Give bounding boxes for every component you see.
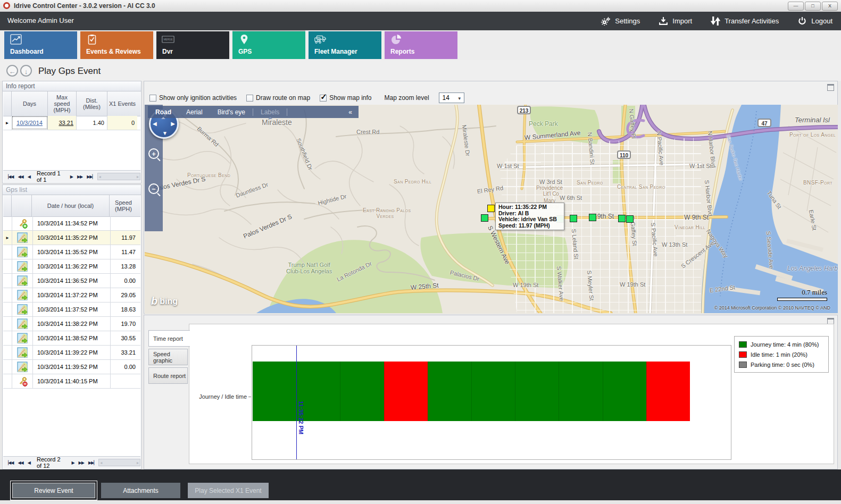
first-record-button[interactable]: ▕◀◀ xyxy=(3,174,15,179)
gps-row[interactable]: 10/3/2014 11:34:52 PM xyxy=(3,216,140,231)
gps-marker-selected[interactable] xyxy=(487,205,495,212)
gps-row[interactable]: 10/3/2014 11:37:52 PM18.63 xyxy=(3,303,140,317)
down-button[interactable]: ↓ xyxy=(20,65,32,77)
column-datetime[interactable]: Date / hour (local) xyxy=(32,195,110,216)
gps-marker[interactable] xyxy=(626,215,634,223)
scroll-right-icon[interactable]: ▸ xyxy=(137,460,139,465)
prev-record-button[interactable]: ◀ xyxy=(26,174,32,179)
map-scale: 0.7 miles xyxy=(777,288,827,301)
next-record-button[interactable]: ▶ xyxy=(68,174,75,179)
tab-gps[interactable]: GPS xyxy=(232,31,305,59)
gps-point-icon xyxy=(12,360,33,374)
horizontal-scrollbar[interactable]: ◂▸ xyxy=(97,173,140,180)
close-button[interactable]: X xyxy=(822,2,838,11)
map-style-road[interactable]: Road xyxy=(148,108,179,116)
map-zoom-label: Map zoom level xyxy=(385,94,429,102)
header-action-transfer-activities[interactable]: Transfer Activities xyxy=(710,16,779,26)
tab-dashboard[interactable]: Dashboard xyxy=(4,31,77,59)
play-selected-x1-event-button[interactable]: Play Selected X1 Event xyxy=(188,483,269,498)
map-zoom-select[interactable]: 14▼ xyxy=(439,93,464,103)
back-button[interactable]: ← xyxy=(6,65,18,77)
header-action-settings[interactable]: Settings xyxy=(601,16,640,26)
tab-dvr[interactable]: MERGEDvr xyxy=(156,31,229,59)
prev-page-button[interactable]: ◀◀ xyxy=(15,460,25,465)
scroll-left-icon[interactable]: ◂ xyxy=(99,174,101,179)
tab-route-report[interactable]: Route report xyxy=(148,367,188,384)
interval-divider xyxy=(340,362,340,421)
gps-marker[interactable] xyxy=(481,214,488,222)
zoom-out-button[interactable]: − xyxy=(148,183,159,194)
maximize-button[interactable]: □ xyxy=(805,2,821,11)
gps-row[interactable]: ►10/3/2014 11:35:22 PM11.97 xyxy=(3,231,140,245)
last-record-button[interactable]: ▶▶▏ xyxy=(86,460,98,465)
map[interactable]: MiralesteBurma RdSouthfield DrCrest RdPo… xyxy=(145,105,838,314)
prev-record-button[interactable]: ◀ xyxy=(26,460,32,465)
first-record-button[interactable]: ▕◀◀ xyxy=(3,460,15,465)
tab-time-report[interactable]: Time report xyxy=(148,330,190,347)
window-bottom-edge xyxy=(0,500,841,504)
map-panel: Show only ignition activitiesDraw route … xyxy=(144,81,838,314)
info-report-row[interactable]: ► 10/3/2014 33.21 1.40 0 xyxy=(3,116,140,130)
gps-row[interactable]: 10/3/2014 11:36:22 PM13.28 xyxy=(3,259,140,274)
horizontal-scrollbar[interactable]: ◂▸ xyxy=(98,459,140,466)
column-x1-events[interactable]: X1 Events xyxy=(107,91,137,116)
info-report-header: Days Max speed (MPH) Dist. (Miles) X1 Ev… xyxy=(3,91,140,116)
column-max-speed[interactable]: Max speed (MPH) xyxy=(48,91,77,116)
next-page-button[interactable]: ▶▶ xyxy=(77,460,86,465)
gps-point-icon xyxy=(12,231,33,245)
panel-maximize-icon[interactable] xyxy=(827,84,834,91)
header-action-import[interactable]: Import xyxy=(658,16,692,26)
checkbox-box[interactable] xyxy=(149,95,156,102)
zoom-in-button[interactable]: + xyxy=(148,148,159,159)
gps-row[interactable]: 10/3/2014 11:35:52 PM11.47 xyxy=(3,245,140,259)
gps-marker[interactable] xyxy=(618,215,626,222)
review-event-button[interactable]: Review Event xyxy=(12,483,95,498)
svg-text:MERGE: MERGE xyxy=(163,38,172,41)
checkbox-box[interactable]: ✓ xyxy=(320,95,327,102)
legend-label: Parking time: 0 sec (0%) xyxy=(751,362,814,368)
gps-row[interactable]: 10/3/2014 11:40:15 PM xyxy=(3,374,140,389)
gps-row[interactable]: 10/3/2014 11:38:22 PM19.70 xyxy=(3,317,140,331)
last-record-button[interactable]: ▶▶▏ xyxy=(85,174,97,179)
scroll-left-icon[interactable]: ◂ xyxy=(100,460,102,465)
gps-row[interactable]: 10/3/2014 11:39:22 PM33.21 xyxy=(3,346,140,360)
gps-point-icon xyxy=(12,288,33,302)
pan-left-icon[interactable]: ◀ xyxy=(153,121,157,127)
collapse-map-bar-button[interactable]: « xyxy=(348,108,359,116)
gps-row[interactable]: 10/3/2014 11:36:52 PM0.00 xyxy=(3,274,140,288)
tab-speed-graphic[interactable]: Speed graphic xyxy=(148,349,188,365)
minimize-button[interactable]: — xyxy=(788,2,804,11)
row-indicator xyxy=(3,216,12,230)
checkbox-show-map-info[interactable]: ✓Show map info xyxy=(320,94,371,102)
map-style-aerial[interactable]: Aerial xyxy=(179,108,210,116)
column-speed[interactable]: Speed (MPH) xyxy=(110,195,137,216)
next-page-button[interactable]: ▶▶ xyxy=(75,174,85,179)
map-style-labels[interactable]: Labels xyxy=(253,108,287,116)
tab-events-reviews[interactable]: Events & Reviews xyxy=(80,31,153,59)
checkbox-box[interactable] xyxy=(246,95,253,102)
tab-fleet-manager[interactable]: Fleet Manager xyxy=(309,31,381,59)
gps-marker[interactable] xyxy=(589,214,596,221)
gps-row[interactable]: 10/3/2014 11:39:52 PM0.00 xyxy=(3,360,140,374)
x1-events-value: 0 xyxy=(107,116,137,130)
pan-right-icon[interactable]: ▶ xyxy=(171,121,175,127)
column-dist[interactable]: Dist. (Miles) xyxy=(77,91,107,116)
pan-down-icon[interactable]: ▼ xyxy=(162,130,168,136)
row-indicator xyxy=(3,245,12,259)
gps-marker[interactable] xyxy=(570,215,577,222)
tab-reports[interactable]: Reports xyxy=(385,31,457,59)
next-record-button[interactable]: ▶ xyxy=(69,460,76,465)
days-link[interactable]: 10/3/2014 xyxy=(12,116,48,130)
header-action-logout[interactable]: Logout xyxy=(797,16,832,26)
attachments-button[interactable]: Attachments xyxy=(101,483,180,498)
prev-page-button[interactable]: ◀◀ xyxy=(15,174,25,179)
checkbox-show-only-ignition-activities[interactable]: Show only ignition activities xyxy=(149,94,237,102)
gps-row[interactable]: 10/3/2014 11:37:22 PM29.05 xyxy=(3,288,140,303)
gps-datetime: 10/3/2014 11:35:52 PM xyxy=(33,245,111,259)
checkbox-draw-route-on-map[interactable]: Draw route on map xyxy=(246,94,310,102)
map-style-birds-eye[interactable]: Bird's eye xyxy=(210,108,253,116)
column-days[interactable]: Days xyxy=(12,91,48,116)
scroll-right-icon[interactable]: ▸ xyxy=(137,174,139,179)
gps-row[interactable]: 10/3/2014 11:38:52 PM30.55 xyxy=(3,331,140,346)
app-icon xyxy=(3,2,10,9)
